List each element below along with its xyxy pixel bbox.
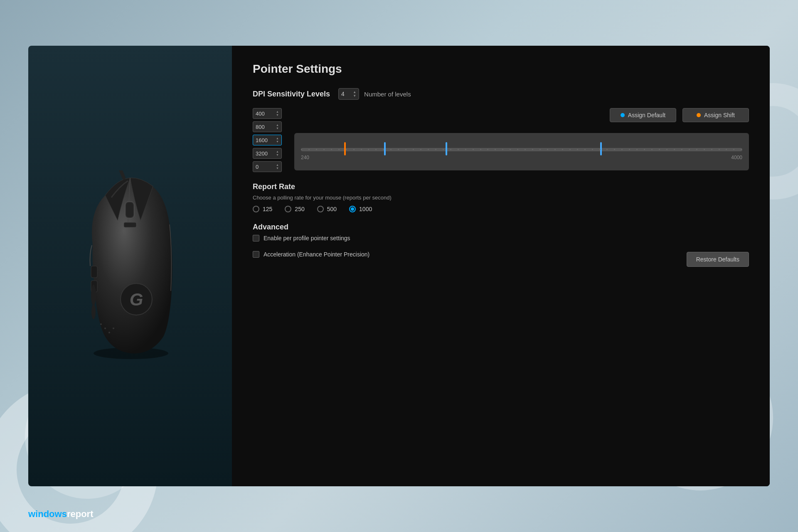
brand-windows: windows — [28, 509, 67, 519]
slider-min-label: 240 — [301, 155, 309, 160]
right-panel: Pointer Settings DPI Sensitivity Levels … — [232, 46, 770, 486]
radio-label-125: 125 — [263, 206, 272, 212]
main-container: G Pointer Settings DPI Sen — [28, 46, 770, 486]
page-title: Pointer Settings — [253, 62, 749, 76]
dpi-input-row-0: 400 ▲ ▼ — [253, 108, 282, 119]
radio-1000[interactable]: 1000 — [349, 206, 372, 212]
assign-default-dot — [621, 113, 625, 117]
dpi-up-2[interactable]: ▲ — [276, 137, 279, 140]
slider-labels: 240 4000 — [301, 155, 742, 160]
radio-label-1000: 1000 — [359, 206, 372, 212]
svg-point-11 — [113, 328, 114, 329]
dpi-down-4[interactable]: ▼ — [276, 167, 279, 170]
number-levels-label: Number of levels — [364, 91, 411, 98]
advanced-section: Advanced Enable per profile pointer sett… — [253, 223, 749, 267]
dpi-up-4[interactable]: ▲ — [276, 163, 279, 167]
dpi-input-row-3: 3200 ▲ ▼ — [253, 148, 282, 159]
checkbox-label-1: Acceleration (Enhance Pointer Precision) — [264, 251, 369, 258]
dpi-inputs: 400 ▲ ▼ 800 ▲ ▼ — [253, 108, 282, 172]
dpi-down-1[interactable]: ▼ — [276, 127, 279, 130]
checkbox-1[interactable] — [253, 251, 259, 258]
slider-max-label: 4000 — [731, 155, 742, 160]
restore-btn-row: Restore Defaults — [687, 252, 749, 267]
svg-point-10 — [108, 332, 110, 333]
dpi-down-3[interactable]: ▼ — [276, 153, 279, 157]
assign-default-button[interactable]: Assign Default — [610, 108, 676, 122]
spinner-value: 4 — [341, 91, 353, 97]
dpi-field-0[interactable]: 400 ▲ ▼ — [253, 108, 282, 119]
brand-report: report — [67, 509, 94, 519]
number-levels-spinner[interactable]: 4 ▲ ▼ — [338, 88, 359, 100]
assign-shift-button[interactable]: Assign Shift — [682, 108, 749, 122]
radio-250[interactable]: 250 — [285, 206, 304, 212]
radio-500[interactable]: 500 — [317, 206, 337, 212]
svg-rect-6 — [124, 222, 136, 227]
checkbox-0[interactable] — [253, 235, 259, 241]
report-rate-title: Report Rate — [253, 182, 749, 191]
restore-defaults-button[interactable]: Restore Defaults — [687, 252, 749, 267]
radio-125[interactable]: 125 — [253, 206, 272, 212]
report-rate-desc: Choose a polling rate for your mouse (re… — [253, 195, 749, 201]
brand: windowsreport — [28, 509, 93, 520]
slider-marker-blue-2[interactable] — [446, 142, 447, 155]
svg-point-9 — [104, 328, 106, 329]
assign-shift-dot — [697, 113, 701, 117]
checkbox-row-1[interactable]: Acceleration (Enhance Pointer Precision) — [253, 251, 369, 258]
dpi-up-0[interactable]: ▲ — [276, 110, 279, 113]
report-rate-radio-group: 125 250 500 1000 — [253, 206, 749, 212]
spinner-arrows[interactable]: ▲ ▼ — [353, 91, 356, 98]
slider-track[interactable]: // Will render via JS below — [301, 148, 742, 151]
dpi-slider-container[interactable]: // Will render via JS below 240 4000 — [294, 133, 749, 170]
dpi-field-4[interactable]: 0 ▲ ▼ — [253, 161, 282, 172]
dpi-down-0[interactable]: ▼ — [276, 113, 279, 117]
dpi-area: 400 ▲ ▼ 800 ▲ ▼ — [253, 108, 749, 172]
dpi-input-row-4: 0 ▲ ▼ — [253, 161, 282, 172]
svg-rect-3 — [126, 202, 133, 217]
report-rate-section: Report Rate Choose a polling rate for yo… — [253, 182, 749, 212]
svg-point-13 — [91, 285, 96, 305]
left-panel: G — [28, 46, 232, 486]
dpi-section-header: DPI Sensitivity Levels 4 ▲ ▼ Number of l… — [253, 88, 749, 100]
radio-label-250: 250 — [295, 206, 304, 212]
dpi-right: Assign Default Assign Shift — [294, 108, 749, 172]
svg-point-14 — [91, 304, 96, 319]
dpi-input-row-2: 1600 ▲ ▼ — [253, 135, 282, 145]
svg-text:G: G — [130, 290, 143, 309]
dpi-up-3[interactable]: ▲ — [276, 150, 279, 153]
dpi-down-2[interactable]: ▼ — [276, 140, 279, 143]
slider-marker-blue-1[interactable] — [384, 142, 386, 155]
assign-buttons: Assign Default Assign Shift — [294, 108, 749, 122]
slider-marker-orange[interactable] — [344, 142, 346, 155]
checkbox-row-0[interactable]: Enable per profile pointer settings — [253, 235, 749, 241]
svg-point-12 — [100, 323, 102, 325]
dpi-field-2[interactable]: 1600 ▲ ▼ — [253, 135, 282, 145]
dpi-input-row-1: 800 ▲ ▼ — [253, 121, 282, 132]
advanced-title: Advanced — [253, 223, 749, 232]
dpi-section-label: DPI Sensitivity Levels — [253, 90, 330, 99]
spinner-down-arrow[interactable]: ▼ — [353, 94, 356, 98]
dpi-field-1[interactable]: 800 ▲ ▼ — [253, 121, 282, 132]
dpi-up-1[interactable]: ▲ — [276, 123, 279, 127]
spinner-up-arrow[interactable]: ▲ — [353, 91, 356, 94]
checkbox-label-0: Enable per profile pointer settings — [264, 235, 350, 241]
mouse-image: G — [28, 46, 232, 486]
radio-circle-125[interactable] — [253, 206, 259, 212]
radio-label-500: 500 — [327, 206, 337, 212]
svg-rect-4 — [91, 266, 97, 278]
radio-circle-250[interactable] — [285, 206, 291, 212]
slider-marker-blue-3[interactable] — [600, 142, 602, 155]
dpi-field-3[interactable]: 3200 ▲ ▼ — [253, 148, 282, 159]
radio-circle-1000[interactable] — [349, 206, 356, 212]
radio-circle-500[interactable] — [317, 206, 324, 212]
